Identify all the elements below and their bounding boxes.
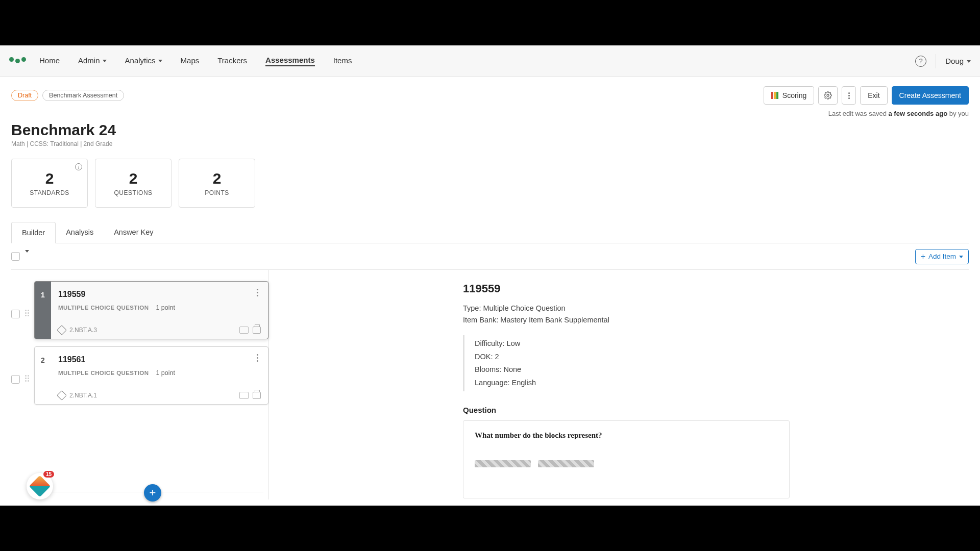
item-id: 119561 bbox=[58, 355, 261, 364]
drag-handle[interactable] bbox=[25, 375, 29, 382]
nav-link-label: Home bbox=[39, 56, 60, 65]
builder-toolbar: + Add Item bbox=[11, 243, 969, 270]
print-icon[interactable] bbox=[253, 327, 261, 334]
item-row: 1119559MULTIPLE CHOICE QUESTION1 point2.… bbox=[11, 281, 268, 339]
item-id: 119559 bbox=[58, 290, 261, 299]
help-icon[interactable]: ? bbox=[915, 56, 926, 67]
notification-badge: 15 bbox=[43, 471, 54, 478]
svg-point-0 bbox=[827, 94, 829, 96]
settings-button[interactable] bbox=[818, 86, 838, 105]
question-section-label: Question bbox=[463, 406, 969, 414]
nav-link-items[interactable]: Items bbox=[333, 56, 352, 66]
tab-answer-key[interactable]: Answer Key bbox=[104, 222, 163, 243]
create-assessment-label: Create Assessment bbox=[899, 91, 961, 99]
item-card[interactable]: 1119559MULTIPLE CHOICE QUESTION1 point2.… bbox=[34, 281, 268, 339]
info-icon[interactable]: i bbox=[75, 163, 82, 170]
question-text: What number do the blocks represent? bbox=[475, 431, 778, 440]
select-all-checkbox[interactable] bbox=[11, 252, 20, 261]
nav-link-label: Admin bbox=[78, 56, 100, 65]
stat-value: 2 bbox=[45, 170, 54, 187]
support-widget[interactable]: 15 bbox=[27, 473, 53, 499]
category-pill: Benchmark Assessment bbox=[42, 90, 124, 101]
add-item-label: Add Item bbox=[928, 253, 956, 260]
item-select-checkbox[interactable] bbox=[11, 375, 20, 384]
preview-icon[interactable] bbox=[239, 392, 249, 399]
item-more-menu[interactable] bbox=[253, 289, 262, 296]
preview-icon[interactable] bbox=[239, 327, 249, 334]
question-type: MULTIPLE CHOICE QUESTION bbox=[58, 370, 149, 376]
more-menu-button[interactable] bbox=[842, 86, 856, 105]
tag-icon bbox=[57, 390, 67, 400]
user-name: Doug bbox=[945, 57, 964, 65]
stat-card-standards: i2STANDARDS bbox=[11, 159, 88, 208]
status-pill-draft: Draft bbox=[11, 90, 38, 101]
stat-value: 2 bbox=[129, 170, 138, 187]
gear-icon bbox=[824, 91, 832, 99]
chevron-down-icon bbox=[103, 60, 107, 62]
top-nav: HomeAdminAnalyticsMapsTrackersAssessment… bbox=[0, 45, 980, 77]
nav-link-label: Items bbox=[333, 56, 352, 65]
standard-code: 2.NBT.A.3 bbox=[69, 327, 97, 334]
nav-link-maps[interactable]: Maps bbox=[181, 56, 200, 66]
stat-card-questions: 2QUESTIONS bbox=[95, 159, 172, 208]
stat-value: 2 bbox=[213, 170, 222, 187]
item-detail-panel: 119559 Type: Multiple Choice Question It… bbox=[269, 270, 969, 499]
nav-link-label: Analytics bbox=[125, 56, 156, 65]
tab-builder[interactable]: Builder bbox=[11, 222, 56, 243]
stat-card-points: 2POINTS bbox=[179, 159, 255, 208]
nav-link-label: Assessments bbox=[265, 56, 315, 64]
question-points: 1 point bbox=[156, 369, 175, 377]
question-points: 1 point bbox=[156, 304, 175, 311]
nav-link-label: Maps bbox=[181, 56, 200, 65]
kebab-icon bbox=[847, 92, 850, 99]
nav-link-label: Trackers bbox=[217, 56, 247, 65]
drag-handle[interactable] bbox=[25, 310, 29, 316]
brand-logo[interactable] bbox=[9, 59, 26, 63]
stat-label: QUESTIONS bbox=[114, 189, 152, 196]
add-item-fab[interactable]: + bbox=[144, 484, 161, 502]
nav-link-admin[interactable]: Admin bbox=[78, 56, 107, 66]
detail-dok: DOK: 2 bbox=[475, 350, 969, 363]
tab-analysis[interactable]: Analysis bbox=[56, 222, 104, 243]
item-more-menu[interactable] bbox=[253, 354, 262, 362]
question-preview: What number do the blocks represent? bbox=[463, 420, 790, 498]
tab-bar: BuilderAnalysisAnswer Key bbox=[11, 222, 969, 243]
detail-item-id: 119559 bbox=[463, 282, 969, 295]
question-type: MULTIPLE CHOICE QUESTION bbox=[58, 305, 149, 311]
exit-button[interactable]: Exit bbox=[860, 86, 887, 105]
nav-link-assessments[interactable]: Assessments bbox=[265, 56, 315, 66]
scoring-button[interactable]: Scoring bbox=[764, 86, 814, 105]
user-menu[interactable]: Doug bbox=[945, 57, 971, 65]
nav-link-analytics[interactable]: Analytics bbox=[125, 56, 162, 66]
tag-icon bbox=[57, 325, 67, 335]
item-select-checkbox[interactable] bbox=[11, 310, 20, 318]
exit-label: Exit bbox=[868, 91, 879, 99]
item-list-panel: 1119559MULTIPLE CHOICE QUESTION1 point2.… bbox=[11, 270, 269, 499]
plus-icon: + bbox=[921, 253, 925, 261]
question-graphic bbox=[475, 460, 531, 467]
detail-language: Language: English bbox=[475, 377, 969, 389]
item-card[interactable]: 2119561MULTIPLE CHOICE QUESTION1 point2.… bbox=[34, 346, 268, 405]
chevron-down-icon bbox=[967, 60, 971, 63]
detail-type: Type: Multiple Choice Question bbox=[463, 303, 969, 314]
item-row: 2119561MULTIPLE CHOICE QUESTION1 point2.… bbox=[11, 346, 268, 405]
add-item-button[interactable]: + Add Item bbox=[915, 249, 969, 264]
chevron-down-icon bbox=[959, 256, 963, 258]
page-subtitle: Math | CCSS: Traditional | 2nd Grade bbox=[11, 140, 969, 147]
create-assessment-button[interactable]: Create Assessment bbox=[892, 86, 969, 105]
detail-item-bank: Item Bank: Mastery Item Bank Supplementa… bbox=[463, 314, 969, 326]
support-widget-icon bbox=[29, 475, 51, 497]
standard-code: 2.NBT.A.1 bbox=[69, 392, 97, 399]
stat-label: POINTS bbox=[205, 189, 229, 196]
last-saved-text: Last edit was saved a few seconds ago by… bbox=[11, 110, 969, 117]
divider bbox=[936, 54, 936, 68]
detail-difficulty: Difficulty: Low bbox=[475, 337, 969, 350]
question-graphic bbox=[538, 460, 594, 467]
nav-link-home[interactable]: Home bbox=[39, 56, 60, 66]
stat-label: STANDARDS bbox=[30, 189, 69, 196]
print-icon[interactable] bbox=[253, 392, 261, 399]
nav-link-trackers[interactable]: Trackers bbox=[217, 56, 247, 66]
page-title: Benchmark 24 bbox=[11, 121, 969, 139]
item-number: 1 bbox=[35, 282, 51, 339]
select-all-menu-chevron[interactable] bbox=[25, 253, 29, 261]
